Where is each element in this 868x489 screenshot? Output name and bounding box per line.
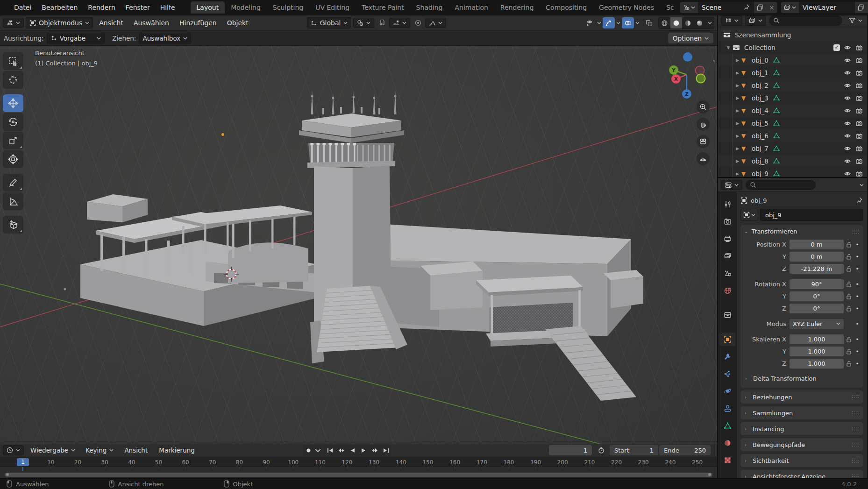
animate-dot[interactable]: • [854,305,861,312]
menu-datei[interactable]: Datei [9,2,36,13]
editor-type-button[interactable] [3,18,24,28]
tab-material[interactable] [719,436,735,450]
position-z-field[interactable]: -21.228 m [790,264,844,274]
animate-dot[interactable]: • [854,253,861,260]
breadcrumb-object-name[interactable]: obj_9 [751,197,767,204]
lock-open-icon[interactable] [844,254,854,260]
eye-icon[interactable] [843,107,852,114]
auto-keyframe-time-button[interactable] [595,445,607,456]
end-frame-field[interactable]: Ende 250 [659,445,711,455]
pivot-point-dropdown[interactable] [353,18,374,28]
chevron-down-icon[interactable] [635,21,640,24]
outliner-row-object[interactable]: ▶ ▼ obj_2 [718,79,867,92]
falloff-dropdown[interactable] [425,18,446,28]
animate-dot[interactable]: • [854,360,861,367]
tab-texture-paint[interactable]: Texture Paint [356,1,410,14]
tool-add-cube[interactable] [3,216,23,234]
lock-open-icon[interactable] [844,266,854,272]
lock-open-icon[interactable] [844,348,854,354]
lock-open-icon[interactable] [844,281,854,287]
orientation-dropdown[interactable]: Vorgabe [47,33,105,44]
tool-cursor[interactable] [3,71,23,89]
transform-panel-header[interactable]: ⌄ Transformieren :::::::: [740,225,863,238]
menu-markierung[interactable]: Markierung [155,445,199,456]
outliner-editor-type-button[interactable] [721,15,742,26]
viewlayer-name-field[interactable]: ViewLayer [799,2,855,13]
menu-ansicht[interactable]: Ansicht [95,17,128,28]
play-reverse-button[interactable] [347,445,358,455]
rotation-x-field[interactable]: 90° [790,279,844,289]
outliner-row-object[interactable]: ▶ ▼ obj_0 [718,54,867,66]
tab-compositing[interactable]: Compositing [540,1,593,14]
expand-icon[interactable]: ▶ [734,83,741,88]
menu-objekt[interactable]: Objekt [223,17,253,28]
tool-transform[interactable] [3,150,23,168]
gizmo-toggle[interactable] [603,17,615,28]
viewport-3d[interactable]: Y X Z Benutzeransicht (1) Collection | o… [0,46,717,444]
expand-icon[interactable]: ▶ [734,146,741,151]
eye-icon[interactable] [843,145,852,152]
expand-icon[interactable]: ▶ [734,71,741,75]
outliner-row-object[interactable]: ▶ ▼ obj_3 [718,92,867,104]
tab-modeling[interactable]: Modeling [225,1,267,14]
position-y-field[interactable]: 0 m [790,252,844,262]
delta-transform-subpanel[interactable]: › Delta-Transformation [740,373,863,384]
tab-uv-editing[interactable]: UV Editing [309,1,356,14]
camera-icon[interactable] [855,120,863,127]
animate-dot[interactable]: • [854,281,861,288]
rotation-z-field[interactable]: 0° [790,304,844,313]
menu-fenster[interactable]: Fenster [121,2,155,13]
menu-hilfe[interactable]: Hilfe [155,2,180,13]
tab-physics[interactable] [719,384,735,398]
zoom-button[interactable] [697,100,710,113]
viewlayer-selector[interactable]: ViewLayer × [781,2,868,13]
outliner-search-input[interactable] [769,15,842,26]
object-name-field[interactable]: obj_9 [760,209,863,221]
eye-icon[interactable] [843,120,852,127]
menu-wiedergabe[interactable]: Wiedergabe [27,445,79,456]
eye-icon[interactable] [843,57,852,64]
eye-icon[interactable] [843,44,852,51]
shading-wireframe-button[interactable] [659,17,670,28]
eye-icon[interactable] [843,69,852,77]
camera-icon[interactable] [855,82,863,89]
camera-icon[interactable] [855,44,863,51]
scale-x-field[interactable]: 1.000 [790,334,844,344]
sidebar-collapse-arrow[interactable]: ‹ [713,57,715,64]
expand-icon[interactable]: ▶ [734,134,741,138]
panel-sichtbarkeit[interactable]: › Sichtbarkeit :::::::: [740,454,863,467]
expand-icon[interactable]: ▶ [734,171,741,176]
animate-dot[interactable]: • [854,320,861,327]
playhead[interactable]: 1 [17,458,29,466]
timeline-scrollbar[interactable] [5,473,712,477]
lock-open-icon[interactable] [844,305,854,312]
expand-icon[interactable]: ▶ [734,58,741,63]
outliner-row-scene-collection[interactable]: Szenensammlung [718,28,867,41]
outliner-filter-button[interactable] [845,15,864,26]
outliner-row-object[interactable]: ▶ ▼ obj_6 [718,129,867,142]
tab-object-data[interactable] [719,419,735,432]
tab-world[interactable] [719,284,735,298]
shading-dropdown[interactable] [705,17,714,28]
expand-icon[interactable]: ▶ [734,121,741,126]
scene-name-field[interactable]: Scene [698,2,754,13]
camera-icon[interactable] [855,157,863,165]
panel-instancing[interactable]: › Instancing :::::::: [740,422,863,435]
tool-move[interactable] [3,94,23,112]
viewlayer-copy-button[interactable] [855,2,867,13]
rotation-y-field[interactable]: 0° [790,291,844,301]
scene-unlink-button[interactable]: × [766,2,777,13]
pin-icon[interactable] [744,4,750,11]
viewlayer-browse-button[interactable] [781,2,799,13]
outliner-row-object[interactable]: ▶ ▼ obj_7 [718,142,867,155]
options-button[interactable]: Optionen [668,33,713,43]
outliner-row-object[interactable]: ▶ ▼ obj_5 [718,117,867,129]
lock-open-icon[interactable] [844,361,854,367]
jump-to-start-button[interactable] [324,445,335,455]
chevron-down-icon[interactable] [860,184,864,186]
scene-selector[interactable]: Scene × [680,2,777,13]
overlays-toggle[interactable] [622,17,634,28]
tab-constraints[interactable] [719,402,735,415]
tab-view-layer[interactable] [719,249,735,263]
panel-drag-handle[interactable]: :::::::: [852,395,859,399]
